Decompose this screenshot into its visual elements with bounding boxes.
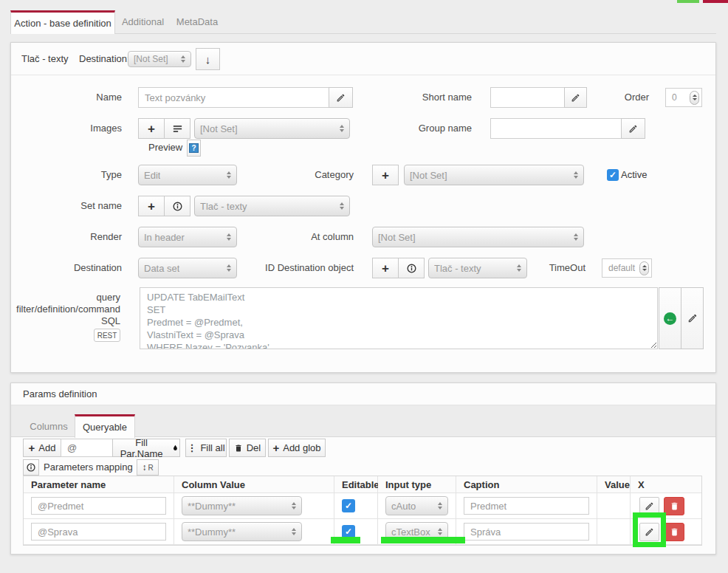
category-select[interactable]: [Not Set]	[404, 165, 584, 185]
name-input[interactable]	[138, 87, 329, 108]
query-label-line2: filter/definition/command	[11, 303, 120, 315]
order-stepper[interactable]: 0	[665, 88, 702, 107]
timeout-label: TimeOut	[528, 258, 586, 278]
editable-checkbox[interactable]: ✓	[342, 499, 355, 512]
annotation-bar-input-type	[381, 537, 465, 543]
save-button-clipped[interactable]	[677, 0, 699, 3]
page: Action - base definition Additional Meta…	[0, 0, 728, 573]
insert-arrow-icon: ←	[664, 312, 676, 325]
set-info-button[interactable]	[164, 196, 190, 216]
table-cell: cAuto	[378, 493, 456, 519]
param-name-input[interactable]	[61, 439, 113, 457]
check-icon: ✓	[345, 501, 352, 511]
tab-metadata[interactable]: MetaData	[171, 10, 224, 33]
mapping-info-button[interactable]	[23, 459, 39, 476]
edit-row-button[interactable]	[639, 497, 659, 515]
name-label: Name	[26, 87, 122, 108]
preview-help-button[interactable]: ?	[187, 140, 201, 157]
at-column-select-value: [Not Set]	[378, 232, 416, 243]
heading-destination-select[interactable]: [Not Set]	[128, 51, 191, 67]
fill-all-button[interactable]: ⋮ Fill all	[185, 439, 227, 457]
move-down-button[interactable]: ↓	[196, 48, 220, 70]
delete-row-button[interactable]	[664, 523, 684, 541]
add-destination-object-button[interactable]: +	[372, 258, 399, 278]
params-heading-strip	[11, 383, 715, 405]
parameter-name-input[interactable]	[31, 497, 166, 515]
check-icon: ✓	[609, 170, 617, 180]
tab-columns[interactable]: Columns	[23, 415, 75, 437]
type-select[interactable]: Edit	[138, 165, 237, 185]
edit-name-button[interactable]	[329, 87, 353, 108]
id-destination-select[interactable]: Tlač - texty	[428, 258, 527, 278]
drop-icon	[171, 444, 179, 453]
timeout-value: default	[608, 263, 635, 273]
set-name-select[interactable]: Tlač - texty	[194, 196, 350, 216]
delete-param-button[interactable]: Del	[229, 439, 266, 457]
caption-input[interactable]	[464, 523, 589, 541]
select-arrows-icon	[292, 528, 296, 536]
delete-param-label: Del	[247, 442, 261, 453]
destination-select[interactable]: Data set	[138, 258, 237, 278]
column-value-select[interactable]: **Dummy**	[182, 496, 302, 515]
tab-queryable[interactable]: Queryable	[75, 414, 135, 438]
list-icon	[172, 123, 183, 134]
edit-short-name-button[interactable]	[564, 87, 587, 108]
add-param-button[interactable]: + Add	[23, 439, 61, 457]
fill-par-name-button[interactable]: Fill Par.Name	[112, 439, 180, 457]
add-category-button[interactable]: +	[372, 165, 399, 185]
select-arrows-icon	[438, 528, 442, 536]
images-select[interactable]: [Not Set]	[194, 118, 350, 139]
edit-group-name-button[interactable]	[621, 118, 645, 139]
add-glob-button[interactable]: + Add glob	[268, 439, 326, 457]
at-column-select[interactable]: [Not Set]	[372, 227, 584, 247]
select-arrows-icon	[181, 55, 185, 64]
spinner-icon[interactable]	[639, 261, 649, 275]
tab-additional[interactable]: Additional	[115, 10, 171, 33]
add-image-button[interactable]: +	[138, 118, 165, 139]
table-cell: ✓	[334, 493, 378, 519]
delete-row-button[interactable]	[664, 497, 684, 515]
select-arrows-icon	[438, 502, 442, 510]
edit-query-button[interactable]	[681, 287, 704, 349]
tab-label: Additional	[122, 16, 164, 27]
edit-row-button[interactable]	[639, 523, 659, 541]
pencil-icon	[571, 93, 580, 103]
table-cell-actions	[631, 519, 701, 545]
plus-icon: +	[29, 442, 35, 453]
table-cell	[597, 493, 631, 519]
spinner-icon[interactable]	[690, 91, 699, 105]
query-label-line3: SQL	[11, 315, 120, 327]
select-arrows-icon	[574, 171, 578, 179]
info-icon	[406, 263, 417, 274]
images-select-value: [Not Set]	[200, 123, 238, 134]
table-row	[24, 519, 174, 545]
add-set-button[interactable]: +	[138, 196, 165, 216]
tab-label: Queryable	[83, 422, 127, 433]
table-cell	[456, 519, 597, 545]
short-name-input[interactable]	[490, 87, 565, 108]
tab-label: Columns	[30, 421, 67, 432]
table-row	[24, 493, 174, 519]
heading-destination-value: [Not Set]	[134, 54, 168, 64]
table-cell-actions	[631, 493, 701, 519]
set-name-select-value: Tlač - texty	[200, 201, 247, 212]
ellipsis-icon: ⋮	[187, 442, 196, 453]
active-checkbox[interactable]: ✓	[607, 169, 619, 181]
caption-input[interactable]	[464, 497, 589, 515]
col-header-value: Value	[597, 476, 631, 493]
render-label: Render	[26, 227, 122, 247]
destination-object-info-button[interactable]	[398, 258, 425, 278]
column-value-select[interactable]: **Dummy**	[182, 522, 302, 541]
delete-button-clipped[interactable]	[703, 0, 728, 3]
group-name-input[interactable]	[490, 118, 622, 139]
timeout-stepper[interactable]: default	[602, 258, 652, 278]
parameter-name-input[interactable]	[31, 523, 166, 541]
tab-action-base-definition[interactable]: Action - base definition	[10, 10, 115, 34]
sql-command-textarea[interactable]: UPDATE TabEMailText SET Predmet = @Predm…	[140, 287, 658, 349]
rest-button[interactable]: REST	[94, 329, 120, 342]
sort-r-button[interactable]: ↕ R	[137, 459, 159, 476]
input-type-select[interactable]: cAuto	[385, 496, 448, 515]
render-select[interactable]: In header	[138, 227, 237, 247]
insert-query-button[interactable]: ←	[659, 287, 681, 349]
image-list-button[interactable]	[164, 118, 190, 139]
